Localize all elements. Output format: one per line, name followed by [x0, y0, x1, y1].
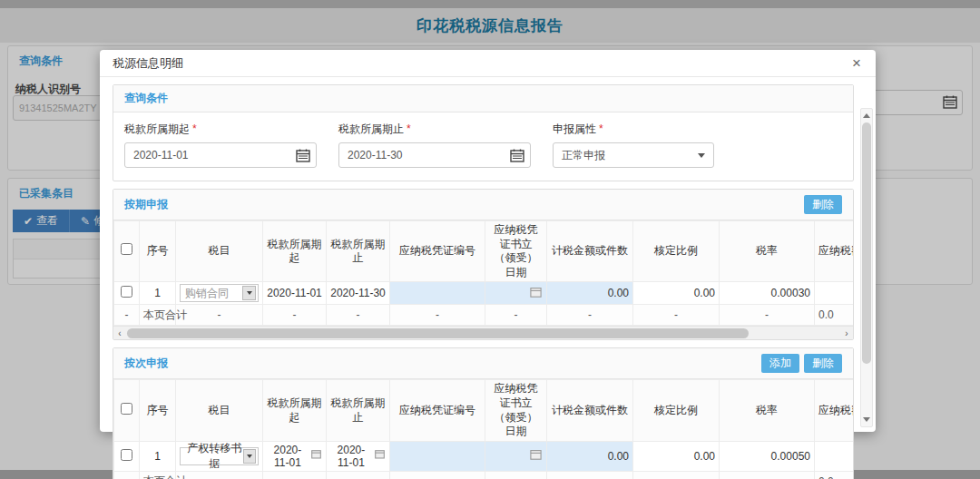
- select-all-cell: [114, 221, 140, 282]
- per-time-add-button[interactable]: 添加: [761, 354, 799, 373]
- row-checkbox[interactable]: [121, 449, 132, 461]
- amount-cell[interactable]: 0.00: [547, 282, 633, 305]
- modal-query-title-text: 查询条件: [124, 91, 168, 106]
- seq-cell: 1: [140, 441, 176, 471]
- period-end-field[interactable]: [348, 149, 506, 161]
- per-time-section-bar: 按次申报 添加 删除: [113, 348, 853, 379]
- calendar-icon[interactable]: [528, 449, 543, 463]
- tax-item-select[interactable]: 产权转移书据: [180, 447, 259, 465]
- col-voucher-date: 应纳税凭证书立（领受）日期: [485, 380, 547, 441]
- period-end-input[interactable]: [338, 142, 531, 168]
- col-voucher-no: 应纳税凭证编号: [390, 221, 485, 282]
- period-start-input[interactable]: [124, 142, 317, 168]
- period-end-cell: 2020-11-30: [327, 282, 390, 305]
- row-checkbox[interactable]: [121, 286, 132, 298]
- select-all-checkbox[interactable]: [121, 243, 132, 255]
- scroll-up-icon[interactable]: [861, 110, 872, 122]
- required-mark: *: [407, 122, 411, 135]
- declare-attr-group: 申报属性* 正常申报: [553, 122, 714, 168]
- voucher-date-cell[interactable]: [485, 282, 547, 305]
- scroll-right-icon[interactable]: ›: [841, 327, 852, 340]
- calendar-icon[interactable]: [311, 449, 322, 463]
- period-start-cell: 2020-11-01: [263, 282, 327, 305]
- scroll-left-icon[interactable]: ‹: [114, 327, 125, 340]
- select-all-checkbox[interactable]: [121, 403, 132, 415]
- calendar-icon[interactable]: [510, 149, 524, 162]
- table-row: 1 产权转移书据 2020-11-01: [114, 441, 854, 471]
- period-start-cell[interactable]: 2020-11-01: [263, 441, 327, 471]
- periodic-table: 序号 税目 税款所属期起 税款所属期止 应纳税凭证编号 应纳税凭证书立（领受）日…: [113, 220, 853, 326]
- period-end-group: 税款所属期止*: [338, 122, 531, 168]
- row-select-cell: [114, 441, 140, 471]
- rate-cell: 0.00030: [720, 282, 815, 305]
- voucher-no-cell[interactable]: [390, 282, 485, 305]
- scroll-down-icon[interactable]: [861, 414, 872, 425]
- calendar-icon[interactable]: [528, 287, 543, 300]
- tax-item-select[interactable]: 购销合同: [180, 284, 259, 302]
- col-payable: 应纳税额: [815, 380, 854, 441]
- col-voucher-no: 应纳税凭证编号: [390, 380, 485, 441]
- hscroll-thumb[interactable]: [127, 328, 749, 338]
- summary-row: - 本页合计 - - - - - - - - 0.0: [114, 471, 854, 479]
- modal-header: 税源信息明细 ×: [100, 50, 876, 77]
- periodic-delete-button[interactable]: 删除: [804, 195, 842, 214]
- ratio-cell: 0.00: [633, 441, 720, 471]
- col-tax-item: 税目: [176, 380, 263, 441]
- col-ratio: 核定比例: [633, 380, 720, 441]
- close-icon[interactable]: ×: [847, 54, 867, 73]
- row-select-cell: [114, 282, 140, 305]
- rate-cell: 0.00050: [720, 441, 815, 471]
- col-rate: 税率: [720, 221, 815, 282]
- per-time-delete-button[interactable]: 删除: [804, 354, 842, 373]
- col-period-end: 税款所属期止: [327, 380, 390, 441]
- period-start-label: 税款所属期起*: [124, 122, 317, 137]
- col-period-start: 税款所属期起: [263, 221, 327, 282]
- tax-item-cell[interactable]: 购销合同: [176, 282, 263, 305]
- periodic-hscrollbar[interactable]: ‹ ›: [113, 326, 853, 339]
- calendar-icon[interactable]: [296, 149, 310, 162]
- payable-total: 0.0: [815, 305, 854, 326]
- modal-query-box: 查询条件 税款所属期起* 税款所属期止*: [113, 84, 854, 181]
- col-rate: 税率: [720, 380, 815, 441]
- periodic-section: 按期申报 删除 序号 税目 税款所属期起 税款所属期止 应纳税凭证编号 应纳税凭…: [113, 189, 854, 340]
- col-period-end: 税款所属期止: [327, 221, 390, 282]
- col-seq: 序号: [140, 380, 176, 441]
- chevron-down-icon: [242, 286, 256, 300]
- payable-cell: [815, 441, 854, 471]
- col-amount: 计税金额或件数: [547, 221, 633, 282]
- chevron-down-icon: [243, 449, 256, 464]
- table-row: 1 购销合同 2020-11-01 2020-11-30: [114, 282, 854, 305]
- per-time-table-wrap: 序号 税目 税款所属期起 税款所属期止 应纳税凭证编号 应纳税凭证书立（领受）日…: [113, 379, 853, 479]
- per-time-title: 按次申报: [124, 356, 168, 371]
- amount-cell[interactable]: 0.00: [547, 441, 633, 471]
- per-time-section: 按次申报 添加 删除 序号 税目 税款所属期起 税款所属期止 应纳税凭证编号: [113, 347, 854, 479]
- tax-item-cell[interactable]: 产权转移书据: [176, 441, 263, 471]
- select-all-cell: [114, 380, 140, 441]
- declare-attr-label: 申报属性*: [553, 122, 714, 137]
- voucher-no-cell[interactable]: [390, 441, 485, 471]
- chevron-down-icon: [698, 153, 705, 158]
- page-total-label: 本页合计: [140, 471, 176, 479]
- payable-total: 0.0: [815, 471, 854, 479]
- per-time-table: 序号 税目 税款所属期起 税款所属期止 应纳税凭证编号 应纳税凭证书立（领受）日…: [113, 379, 853, 479]
- modal-vscrollbar[interactable]: [860, 108, 873, 427]
- modal-query-title: 查询条件: [113, 85, 853, 112]
- periodic-section-bar: 按期申报 删除: [113, 190, 853, 220]
- vscroll-thumb[interactable]: [862, 122, 871, 364]
- period-end-cell[interactable]: 2020-11-01: [327, 441, 390, 471]
- payable-cell: [815, 282, 854, 305]
- period-start-field[interactable]: [133, 149, 292, 161]
- required-mark: *: [599, 122, 603, 135]
- query-form: 税款所属期起* 税款所属期止*: [113, 112, 853, 181]
- col-period-start: 税款所属期起: [263, 380, 327, 441]
- calendar-icon[interactable]: [375, 449, 386, 463]
- voucher-date-cell[interactable]: [485, 441, 547, 471]
- col-amount: 计税金额或件数: [547, 380, 633, 441]
- period-start-group: 税款所属期起*: [124, 122, 317, 168]
- col-ratio: 核定比例: [633, 221, 720, 282]
- ratio-cell: 0.00: [633, 282, 720, 305]
- declare-attr-select[interactable]: 正常申报: [553, 142, 714, 168]
- col-seq: 序号: [140, 221, 176, 282]
- col-tax-item: 税目: [176, 221, 263, 282]
- declare-attr-value: 正常申报: [562, 148, 605, 163]
